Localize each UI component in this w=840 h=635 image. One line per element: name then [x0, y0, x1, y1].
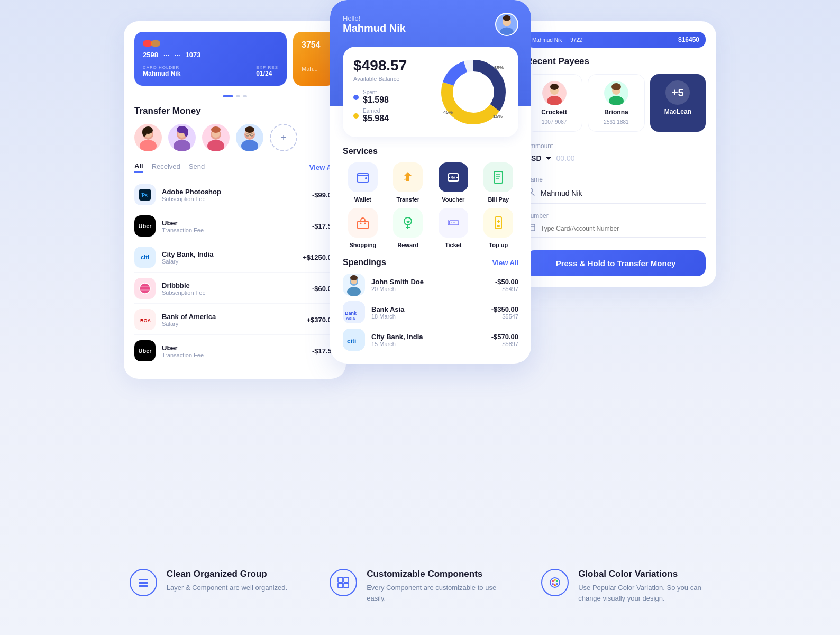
card-dots-1: ··· [163, 51, 169, 59]
amount-input[interactable] [556, 154, 706, 162]
trans-name: City Bank, India [162, 250, 296, 258]
transfer-button[interactable]: Press & Hold to Transfer Money [526, 250, 706, 276]
tab-send[interactable]: Send [189, 162, 205, 172]
services-grid: Wallet Transfer % Voucher [343, 162, 518, 248]
avatar-4-svg [236, 124, 263, 151]
card-logo [143, 40, 278, 47]
service-transfer[interactable]: Transfer [388, 162, 428, 203]
avatar-4[interactable] [236, 124, 263, 151]
avatar-1-svg [134, 124, 162, 151]
right-panel: Mahmud Nik 9722 $16450 Recent Payees [515, 21, 716, 287]
amount-label: Ammount [526, 142, 706, 150]
trans-desc: Transaction Fee [162, 227, 306, 233]
spendings-section: Spendings View All [343, 258, 518, 351]
main-wrapper: 2598 ··· ··· 1073 CARD HOLDER Mahmud Nik… [0, 0, 840, 635]
transfer-icon-box [393, 162, 423, 192]
trans-info-citybank: City Bank, India Salary [162, 250, 296, 265]
feature-color: Global Color Variations Use Popular Colo… [541, 569, 710, 603]
avatar-2-svg [168, 124, 196, 151]
service-top-up[interactable]: Top up [479, 208, 519, 248]
feature-clean-organized: Clean Organized Group Layer & Component … [130, 569, 287, 603]
spent-value: $1.598 [363, 95, 389, 105]
svg-point-67 [350, 275, 358, 280]
payee-brionna[interactable]: Brionna 2561 1881 [588, 74, 644, 132]
available-balance-label: Available Balance [353, 76, 407, 82]
spending-right: -$350.00 $5547 [491, 305, 518, 320]
service-wallet[interactable]: Wallet [343, 162, 383, 203]
trans-info-uber: Uber Transaction Fee [162, 219, 306, 233]
table-row: BOA Bank of America Salary +$370.00 [134, 305, 335, 335]
number-form-group: Number [526, 212, 706, 238]
avatar-3[interactable] [202, 124, 230, 151]
svg-point-1 [140, 140, 157, 151]
spending-name: John Smith Doe [371, 278, 489, 286]
number-field [526, 224, 706, 238]
earned-dot [353, 113, 359, 119]
uber2-icon: Uber [134, 340, 156, 361]
tab-received[interactable]: Received [152, 162, 180, 172]
more-payees[interactable]: +5 MacLean [650, 74, 706, 132]
service-reward[interactable]: ★ Reward [388, 208, 428, 248]
card-expires-label: EXPIRES [256, 65, 278, 70]
card-num-2: 1073 [186, 51, 201, 59]
strip-amount: $16450 [678, 36, 699, 43]
name-label: Name [526, 176, 706, 183]
service-voucher[interactable]: % Voucher [433, 162, 473, 203]
voucher-icon-box: % [439, 162, 468, 192]
payee-name-brionna: Brionna [604, 108, 628, 116]
feature-color-title: Global Color Variations [578, 569, 710, 579]
card-dots-2: ··· [175, 51, 180, 59]
spending-amount: -$50.00 [495, 278, 518, 286]
svg-text:★: ★ [406, 220, 410, 224]
spending-total: $5547 [491, 313, 518, 320]
svg-rect-49 [358, 221, 368, 229]
shopping-label: Shopping [349, 242, 376, 248]
service-bill-pay[interactable]: Bill Pay [479, 162, 519, 203]
add-payee-button[interactable]: + [270, 124, 297, 151]
trans-desc: Salary [162, 321, 300, 327]
chart-pct-45: 45% [443, 110, 453, 115]
payee-name-crockett: Crockett [541, 108, 567, 116]
palette-icon [541, 569, 569, 596]
svg-point-39 [365, 177, 367, 179]
spent-row: Spent $1.598 [353, 89, 407, 105]
payee-number-crockett: 1007 9087 [542, 119, 567, 125]
avatar-2[interactable] [168, 124, 196, 151]
spent-dot [353, 95, 359, 100]
tab-all[interactable]: All [134, 162, 143, 173]
voucher-label: Voucher [442, 196, 464, 203]
payees-row: Crockett 1007 9087 Brionna 2561 18 [526, 74, 706, 132]
service-ticket[interactable]: Ticket [433, 208, 473, 248]
center-header: Hello! Mahmud Nik [343, 13, 518, 36]
account-number-input[interactable] [541, 225, 706, 232]
svg-point-51 [364, 223, 366, 224]
cards-strip: 2598 ··· ··· 1073 CARD HOLDER Mahmud Nik… [124, 21, 346, 95]
trans-info-uber2: Uber Transaction Fee [162, 344, 306, 358]
service-shopping[interactable]: Shopping [343, 208, 383, 248]
services-title: Services [343, 147, 518, 156]
card-expiry-info: EXPIRES 01/24 [256, 65, 278, 77]
uber-icon: Uber [134, 215, 156, 237]
svg-rect-90 [344, 583, 349, 588]
svg-point-11 [207, 140, 224, 151]
citi-spending-icon: citi [343, 329, 365, 351]
layers-icon [130, 569, 157, 596]
svg-point-95 [556, 583, 558, 585]
svg-rect-63 [497, 225, 500, 227]
avatars-row: + [134, 124, 335, 151]
transfer-money-section: Transfer Money [124, 106, 346, 366]
chevron-down-icon [546, 157, 551, 160]
strip-user-code: Mahmud Nik 9722 [532, 37, 582, 43]
payee-crockett[interactable]: Crockett 1007 9087 [526, 74, 582, 132]
list-item: citi City Bank, India 15 March -$570.00 … [343, 329, 518, 351]
name-field: Mahmud Nik [526, 187, 706, 204]
spendings-view-all[interactable]: View All [492, 259, 518, 267]
more-payees-overlay: +5 [665, 80, 690, 105]
avatar-1[interactable] [134, 124, 162, 151]
spending-info-citybank: City Bank, India 15 March [371, 333, 485, 347]
card-ind-active [223, 95, 233, 97]
svg-point-32 [503, 15, 511, 21]
feature-customizable: Customizable Components Every Component … [330, 569, 499, 603]
svg-point-9 [184, 128, 188, 137]
card-dot-orange [151, 40, 160, 47]
